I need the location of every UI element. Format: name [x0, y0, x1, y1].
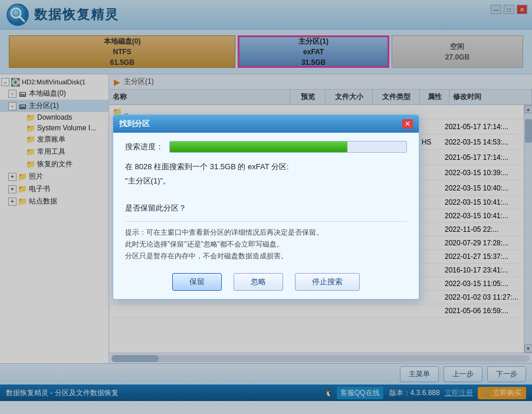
dialog-info-line2: "主分区(1)"。 — [125, 174, 407, 188]
progress-bar-bg — [169, 141, 407, 153]
ignore-button[interactable]: 忽略 — [234, 273, 283, 291]
dialog-overlay: 找到分区 ✕ 搜索进度： 在 8028 柱面搜索到一个 31.5GB 的 exF… — [0, 0, 532, 414]
dialog-hint-line2: 此时无论选择"保留"还是"忽略"都不会立即写磁盘。 — [125, 238, 407, 250]
progress-bar-fill — [170, 142, 347, 152]
dialog-question: 是否保留此分区？ — [125, 201, 407, 215]
dialog-title: 找到分区 — [119, 119, 150, 129]
progress-label: 搜索进度： — [125, 142, 163, 152]
dialog-titlebar: 找到分区 ✕ — [113, 115, 419, 133]
stop-search-button[interactable]: 停止搜索 — [295, 273, 360, 291]
dialog-info: 在 8028 柱面搜索到一个 31.5GB 的 exFAT 分区: "主分区(1… — [125, 160, 407, 215]
progress-row: 搜索进度： — [125, 141, 407, 153]
dialog-info-line1: 在 8028 柱面搜索到一个 31.5GB 的 exFAT 分区: — [125, 160, 407, 173]
dialog-buttons: 保留 忽略 停止搜索 — [125, 268, 407, 293]
find-partition-dialog: 找到分区 ✕ 搜索进度： 在 8028 柱面搜索到一个 31.5GB 的 exF… — [113, 114, 419, 300]
dialog-body: 搜索进度： 在 8028 柱面搜索到一个 31.5GB 的 exFAT 分区: … — [113, 133, 419, 299]
keep-button[interactable]: 保留 — [172, 273, 222, 291]
dialog-close-button[interactable]: ✕ — [402, 119, 413, 129]
dialog-hint-line1: 提示：可在主窗口中查看新分区的详细情况后再决定是否保留。 — [125, 226, 407, 238]
dialog-hint-line3: 分区只是暂存在内存中，不会对磁盘数据造成损害。 — [125, 250, 407, 262]
dialog-hint: 提示：可在主窗口中查看新分区的详细情况后再决定是否保留。 此时无论选择"保留"还… — [125, 221, 407, 262]
